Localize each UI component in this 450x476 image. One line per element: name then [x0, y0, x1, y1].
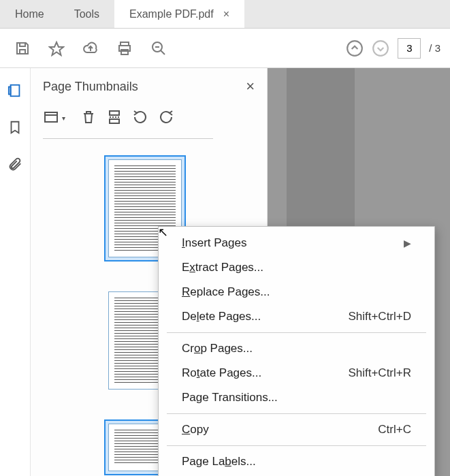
ctx-extract-pages[interactable]: Extract Pages... — [159, 255, 434, 280]
ctx-page-transitions-label: Page Transitions... — [182, 391, 411, 404]
ctx-replace-pages[interactable]: Replace Pages... — [159, 280, 434, 304]
rotate-ccw-icon[interactable] — [132, 109, 148, 127]
tab-row: Home Tools Example PDF.pdf × — [0, 0, 450, 29]
ctx-copy[interactable]: Copy Ctrl+C — [159, 417, 434, 442]
tab-tools[interactable]: Tools — [59, 0, 114, 28]
zoom-out-icon[interactable] — [146, 35, 172, 61]
close-panel-icon[interactable]: × — [246, 78, 255, 95]
ctx-replace-pages-label: Replace Pages... — [182, 285, 411, 299]
dropdown-caret-icon[interactable]: ▾ — [62, 114, 65, 122]
panel-options-icon[interactable] — [43, 109, 59, 127]
panel-title: Page Thumbnails — [43, 80, 138, 94]
rotate-cw-icon[interactable] — [158, 109, 174, 127]
delete-icon[interactable] — [80, 109, 97, 127]
page-navigation: / 3 — [342, 38, 445, 59]
ctx-rotate-pages-shortcut: Shift+Ctrl+R — [348, 366, 411, 380]
page-up-icon[interactable] — [344, 38, 365, 59]
svg-point-8 — [347, 41, 362, 56]
thumbnails-icon[interactable] — [5, 80, 25, 101]
context-menu-separator — [167, 413, 426, 414]
ctx-crop-pages[interactable]: Crop Pages... — [159, 336, 434, 361]
ctx-insert-pages-label: Insert Pages — [182, 236, 404, 250]
context-menu-separator — [167, 332, 426, 333]
ctx-delete-pages-shortcut: Shift+Ctrl+D — [348, 310, 411, 323]
ctx-rotate-pages-label: Rotate Pages... — [182, 366, 348, 380]
svg-rect-15 — [110, 119, 119, 123]
page-down-icon[interactable] — [370, 38, 391, 59]
svg-rect-14 — [110, 111, 119, 115]
page-number-input[interactable] — [398, 38, 421, 59]
svg-rect-11 — [9, 87, 11, 95]
page-total-label: / 3 — [429, 42, 440, 54]
nav-strip — [0, 68, 31, 476]
ctx-page-labels[interactable]: Page Labels... — [159, 449, 434, 474]
tab-tools-label: Tools — [74, 8, 99, 20]
svg-rect-10 — [11, 85, 20, 97]
star-icon[interactable] — [44, 35, 69, 61]
context-menu-separator — [167, 445, 426, 446]
ctx-page-transitions[interactable]: Page Transitions... — [159, 385, 434, 410]
ctx-crop-pages-label: Crop Pages... — [182, 342, 411, 355]
ctx-extract-pages-label: Extract Pages... — [182, 261, 411, 274]
svg-marker-1 — [50, 42, 63, 55]
attachment-icon[interactable] — [5, 154, 25, 174]
svg-rect-0 — [20, 50, 25, 54]
ctx-delete-pages-label: Delete Pages... — [182, 310, 348, 323]
submenu-arrow-icon: ▶ — [404, 238, 411, 249]
print-icon[interactable] — [112, 35, 138, 61]
svg-line-6 — [161, 50, 165, 54]
tab-home[interactable]: Home — [0, 0, 59, 28]
ctx-copy-shortcut: Ctrl+C — [378, 423, 411, 437]
panel-toolbar: ▾ — [43, 109, 213, 139]
svg-point-9 — [373, 41, 388, 56]
bookmark-icon[interactable] — [5, 117, 25, 138]
tab-home-label: Home — [15, 8, 44, 20]
svg-rect-12 — [45, 112, 57, 122]
ctx-delete-pages[interactable]: Delete Pages... Shift+Ctrl+D — [159, 304, 434, 329]
ctx-page-labels-label: Page Labels... — [182, 455, 411, 469]
close-tab-icon[interactable]: × — [223, 8, 229, 20]
tab-document[interactable]: Example PDF.pdf × — [114, 0, 244, 28]
split-icon[interactable] — [106, 109, 123, 127]
ctx-insert-pages[interactable]: Insert Pages ▶ — [159, 231, 434, 255]
context-menu: Insert Pages ▶ Extract Pages... Replace … — [158, 226, 435, 476]
main-toolbar: / 3 — [0, 29, 450, 68]
save-icon[interactable] — [10, 35, 35, 61]
ctx-copy-label: Copy — [182, 423, 378, 437]
tab-document-label: Example PDF.pdf — [129, 8, 214, 20]
cloud-upload-icon[interactable] — [78, 35, 103, 61]
ctx-rotate-pages[interactable]: Rotate Pages... Shift+Ctrl+R — [159, 361, 434, 385]
